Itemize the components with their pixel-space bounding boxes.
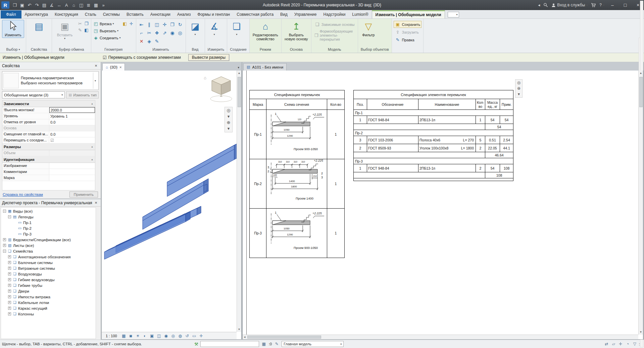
match-icon[interactable]: ✎ bbox=[153, 37, 161, 45]
dependent-hosts-button[interactable]: ❑Зависимые основы bbox=[313, 21, 356, 28]
panel-label-mode[interactable]: Режим bbox=[250, 47, 281, 53]
help-icon[interactable]: ?▾ bbox=[599, 3, 604, 7]
tree-item[interactable]: +▥Ведомости/Спецификации (все) bbox=[1, 237, 96, 243]
worksharing-display-icon[interactable]: ✛ bbox=[198, 333, 204, 339]
collapse-icon[interactable]: ▲ bbox=[91, 102, 94, 105]
tree-item[interactable]: +❏Балочные системы bbox=[1, 260, 96, 265]
scale-icon[interactable]: ⇗ bbox=[161, 29, 168, 37]
steering-wheel-icon[interactable]: ◎ bbox=[227, 108, 230, 113]
tree-item[interactable]: −▤Легенды bbox=[1, 214, 96, 220]
navigation-bar[interactable]: ◎ ▾ ⊕ ▾ bbox=[225, 107, 233, 132]
property-value[interactable] bbox=[49, 175, 95, 181]
sheet-hscrollbar[interactable]: ◄ bbox=[243, 335, 638, 339]
expand-icon[interactable]: + bbox=[8, 290, 11, 293]
collapse-icon[interactable]: ▲ bbox=[91, 158, 94, 161]
revit-logo[interactable]: R bbox=[1, 1, 9, 9]
collapse-icon[interactable]: ▲ bbox=[91, 145, 94, 148]
crop-view-icon[interactable]: ▣ bbox=[149, 333, 155, 339]
worksharing-status-icon[interactable]: ⇄ bbox=[604, 341, 609, 347]
background-processes-icon[interactable]: ◔ bbox=[625, 341, 631, 347]
tree-item[interactable]: +❏Гибкие трубы bbox=[1, 282, 96, 288]
tree-item[interactable]: −▦Виды (все) bbox=[1, 208, 96, 214]
ribbon-tab[interactable]: Системы bbox=[100, 10, 123, 18]
tab-list-menu-icon[interactable]: ▾ bbox=[236, 66, 241, 71]
tree-item[interactable]: ▭Пр-3 bbox=[1, 231, 96, 237]
paint-icon[interactable]: ◧ bbox=[122, 21, 128, 27]
expand-icon[interactable]: + bbox=[8, 301, 11, 304]
tree-item[interactable]: +❏Двери bbox=[1, 288, 96, 294]
rotate-icon[interactable]: ↻ bbox=[177, 20, 184, 29]
checkbox[interactable]: ☑ bbox=[50, 138, 54, 143]
tree-item[interactable]: +❏Аннотационные обозначения bbox=[1, 254, 96, 260]
tree-item[interactable]: −❑Семейства bbox=[1, 248, 96, 254]
panel-label-measure[interactable]: Измерить bbox=[205, 47, 227, 53]
redo-icon[interactable]: ↷ bbox=[34, 2, 40, 8]
ribbon-state-select[interactable]: ▾ bbox=[448, 12, 459, 17]
offset-icon[interactable]: ∥ bbox=[146, 20, 153, 29]
detail-level-icon[interactable]: ▦ bbox=[121, 333, 127, 339]
type-selector[interactable]: Перемычка параметрическая Выбрано нескол… bbox=[2, 71, 99, 90]
create-group-button[interactable]: ❏ ▾ bbox=[229, 20, 244, 37]
ribbon-tab[interactable]: Управление bbox=[291, 10, 320, 18]
match-type-icon[interactable]: ✎ bbox=[77, 27, 83, 33]
collapse-icon[interactable]: − bbox=[8, 215, 11, 218]
close-icon[interactable]: × bbox=[119, 65, 121, 69]
family-load-button[interactable]: ⇪Загрузить bbox=[394, 29, 422, 36]
measure-icon[interactable]: ∡ bbox=[48, 2, 55, 8]
sheet-canvas[interactable]: ◎ ⊕ ▾ Спецификация перемычек Марка Схема… bbox=[242, 71, 643, 340]
ribbon-tab[interactable]: Аннотации bbox=[147, 10, 174, 18]
ribbon-tab[interactable]: Надстройки bbox=[320, 10, 349, 18]
delete-icon[interactable]: ✕ bbox=[138, 37, 145, 45]
viewcube[interactable] bbox=[208, 74, 234, 105]
close-button[interactable]: × bbox=[633, 1, 643, 9]
scroll-down-icon[interactable]: ▼ bbox=[640, 330, 642, 335]
expand-icon[interactable]: + bbox=[8, 284, 11, 287]
close-icon[interactable]: × bbox=[93, 200, 99, 205]
ribbon-tab[interactable]: Сталь bbox=[82, 10, 100, 18]
expand-icon[interactable]: + bbox=[8, 312, 11, 315]
array-icon[interactable]: ❖ bbox=[153, 29, 161, 37]
expand-icon[interactable]: + bbox=[8, 272, 11, 275]
ribbon-tab[interactable]: Lumion® bbox=[349, 10, 371, 18]
zoom-icon[interactable]: ⊕ bbox=[227, 120, 231, 125]
tree-item[interactable]: +❏Импосты витража bbox=[1, 294, 96, 300]
property-value[interactable]: Уровень 1 bbox=[49, 113, 95, 119]
sign-in-button[interactable]: Вход в службы ▾ bbox=[551, 3, 588, 7]
zoom-icon[interactable]: ⊕ bbox=[517, 86, 521, 91]
panel-label-model[interactable]: Модель bbox=[311, 47, 358, 53]
match-properties-icon[interactable]: ◧ bbox=[84, 27, 89, 33]
property-group-header[interactable]: Зависимости▲ bbox=[2, 100, 95, 107]
workset-input[interactable] bbox=[200, 341, 259, 347]
unpin-icon[interactable]: ◎ bbox=[177, 29, 184, 37]
sheet-navigation-bar[interactable]: ◎ ⊕ ▾ bbox=[515, 79, 523, 98]
tree-item[interactable]: ▭Пр-2 bbox=[1, 225, 96, 231]
undo-icon[interactable]: ↶ bbox=[26, 2, 33, 8]
expand-icon[interactable]: + bbox=[8, 278, 11, 281]
copy-to-clipboard-icon[interactable]: ❐ bbox=[84, 21, 89, 27]
copy-icon[interactable]: ❐ bbox=[169, 20, 176, 29]
category-filter-select[interactable]: Обобщенные модели (3) ▾ bbox=[2, 91, 65, 98]
default-3d-view-icon[interactable]: ⌂ bbox=[70, 2, 77, 8]
constraints-icon[interactable]: ▭ bbox=[191, 333, 197, 339]
tree-item[interactable]: +▧Листы (все) bbox=[1, 243, 96, 248]
property-group-header[interactable]: Идентификация▲ bbox=[2, 156, 95, 163]
exclude-options-icon[interactable]: ▱ bbox=[611, 341, 616, 347]
activate-dimensions-button[interactable]: Вывести размеры bbox=[188, 54, 229, 61]
property-value[interactable] bbox=[49, 125, 95, 131]
scroll-left-icon[interactable]: ◄ bbox=[243, 336, 246, 339]
ribbon-tab[interactable]: Конструкция bbox=[51, 10, 82, 18]
family-edit-button[interactable]: ✎Правка bbox=[394, 36, 422, 43]
ribbon-tab[interactable]: Вставить bbox=[123, 10, 147, 18]
form-elements-button[interactable]: ❒Формообразующие элементы-перекрытия bbox=[313, 29, 356, 42]
sheet-vscrollbar[interactable]: ▲ ▼ bbox=[638, 71, 643, 335]
open-icon[interactable]: ❒ bbox=[11, 2, 18, 8]
tree-item[interactable]: +❏Воздуховоды bbox=[1, 271, 96, 277]
collapse-icon[interactable]: − bbox=[3, 250, 6, 253]
tab-contextual-modify[interactable]: Изменить | Обобщенные модели bbox=[372, 10, 445, 18]
mirror-icon[interactable]: ◫ bbox=[153, 20, 161, 29]
crop-region-visibility-icon[interactable]: ◫ bbox=[156, 333, 162, 339]
collapse-qat-icon[interactable]: ◂ bbox=[538, 3, 540, 7]
edit-type-button[interactable]: ▤ Изменить тип bbox=[66, 91, 99, 98]
apply-button[interactable]: Применить bbox=[69, 191, 98, 198]
split-icon[interactable]: ✂ bbox=[146, 29, 153, 37]
